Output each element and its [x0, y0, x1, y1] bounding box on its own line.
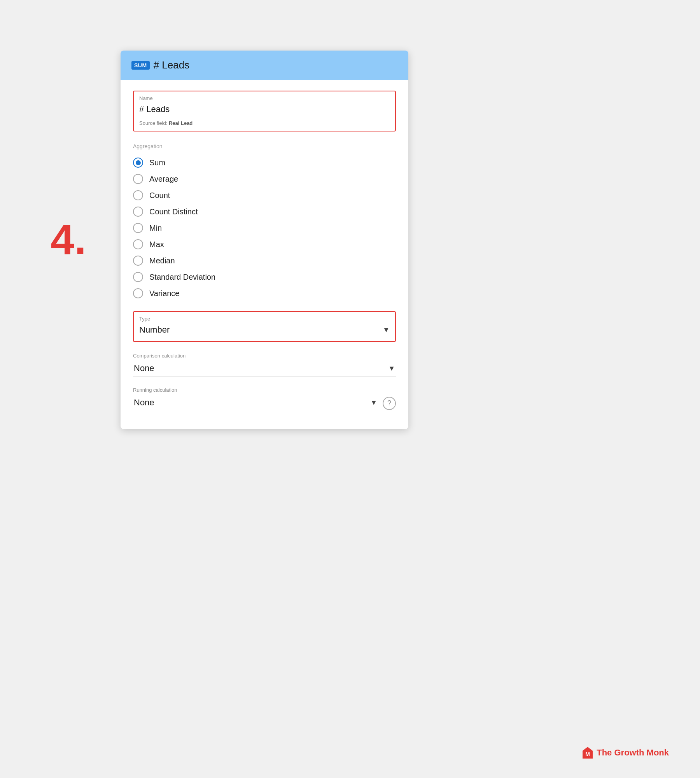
svg-text:M: M	[585, 751, 590, 757]
radio-circle-sum	[133, 158, 143, 168]
radio-label-sum: Sum	[149, 158, 165, 167]
radio-std-dev[interactable]: Standard Deviation	[133, 269, 396, 285]
help-icon[interactable]: ?	[383, 397, 396, 410]
running-dropdown-row: None ▼ ?	[133, 395, 396, 411]
running-label: Running calculation	[133, 387, 396, 393]
panel-title: # Leads	[154, 59, 190, 71]
name-label: Name	[139, 95, 390, 101]
watermark: M The Growth Monk	[583, 747, 669, 759]
name-section: Name Source field: Real Lead	[133, 91, 396, 131]
radio-median[interactable]: Median	[133, 253, 396, 268]
panel-body: Name Source field: Real Lead Aggregation…	[121, 80, 408, 429]
step-number: 4.	[51, 218, 86, 261]
radio-circle-min	[133, 223, 143, 233]
radio-min[interactable]: Min	[133, 220, 396, 236]
radio-label-min: Min	[149, 224, 162, 233]
comparison-dropdown-value: None	[134, 363, 154, 373]
type-dropdown[interactable]: Number ▼	[139, 323, 390, 336]
type-dropdown-value: Number	[139, 325, 170, 335]
aggregation-radio-group: Sum Average Count Count Distinct Min	[133, 155, 396, 301]
radio-circle-count-distinct	[133, 207, 143, 217]
radio-variance[interactable]: Variance	[133, 286, 396, 301]
radio-label-variance: Variance	[149, 289, 179, 298]
radio-circle-average	[133, 174, 143, 184]
name-input[interactable]	[139, 103, 390, 117]
running-dropdown-arrow-icon: ▼	[370, 399, 377, 407]
running-dropdown[interactable]: None ▼	[133, 395, 378, 411]
radio-circle-std-dev	[133, 272, 143, 282]
radio-circle-max	[133, 239, 143, 249]
sum-badge: SUM	[131, 61, 150, 70]
radio-label-median: Median	[149, 256, 175, 265]
comparison-dropdown[interactable]: None ▼	[133, 361, 396, 377]
radio-average[interactable]: Average	[133, 171, 396, 187]
source-field-value: Real Lead	[169, 120, 192, 126]
source-prefix: Source field:	[139, 120, 167, 126]
radio-label-count: Count	[149, 191, 170, 200]
running-dropdown-value: None	[134, 398, 154, 408]
aggregation-label: Aggregation	[133, 143, 396, 149]
comparison-dropdown-arrow-icon: ▼	[388, 364, 395, 373]
radio-count-distinct[interactable]: Count Distinct	[133, 204, 396, 219]
radio-label-average: Average	[149, 175, 178, 184]
source-field-text: Source field: Real Lead	[139, 120, 390, 126]
radio-count[interactable]: Count	[133, 187, 396, 203]
radio-circle-variance	[133, 288, 143, 298]
radio-circle-median	[133, 256, 143, 266]
watermark-logo-icon: M	[583, 747, 593, 759]
comparison-label: Comparison calculation	[133, 353, 396, 359]
radio-label-max: Max	[149, 240, 164, 249]
type-section: Type Number ▼	[133, 311, 396, 342]
radio-label-std-dev: Standard Deviation	[149, 273, 215, 282]
radio-label-count-distinct: Count Distinct	[149, 207, 198, 216]
type-label: Type	[139, 316, 390, 322]
running-section: Running calculation None ▼ ?	[133, 387, 396, 411]
comparison-section: Comparison calculation None ▼	[133, 353, 396, 377]
watermark-text: The Growth Monk	[597, 748, 669, 758]
type-dropdown-arrow-icon: ▼	[383, 326, 390, 334]
radio-sum[interactable]: Sum	[133, 155, 396, 170]
radio-circle-count	[133, 190, 143, 200]
panel-header: SUM # Leads	[121, 51, 408, 80]
radio-max[interactable]: Max	[133, 237, 396, 252]
metric-panel: SUM # Leads Name Source field: Real Lead…	[121, 51, 408, 429]
